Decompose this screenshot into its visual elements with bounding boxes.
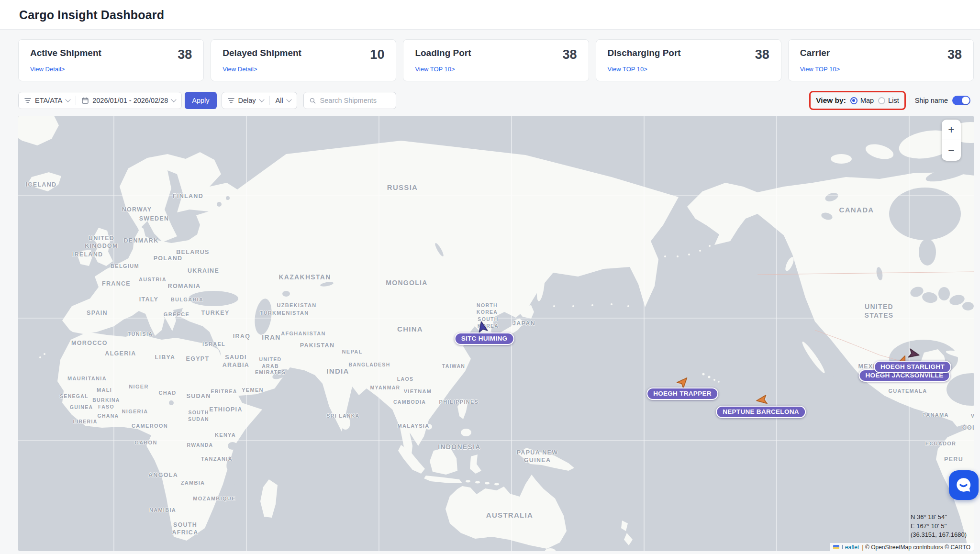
- radio-icon[interactable]: [878, 97, 885, 104]
- card-title: Active Shipment: [30, 48, 101, 58]
- scope-filter-label[interactable]: All: [276, 97, 283, 104]
- card-link[interactable]: View TOP 10>: [800, 66, 840, 73]
- chat-launcher-button[interactable]: [949, 470, 979, 500]
- zoom-out-button[interactable]: −: [942, 140, 961, 161]
- ship-name-pill[interactable]: NEPTUNE BARCELONA: [716, 406, 806, 418]
- app-header: Cargo Insight Dashboard: [0, 0, 980, 30]
- card-title: Loading Port: [415, 48, 471, 58]
- coordinate-line: (36.3151, 167.1680): [911, 531, 967, 540]
- ukraine-flag-icon: [833, 545, 839, 549]
- delay-filter-label[interactable]: Delay: [238, 97, 256, 104]
- apply-button[interactable]: Apply: [185, 92, 216, 109]
- stat-card: Active Shipment 38 View Detail>: [18, 39, 204, 81]
- view-by-highlight-box: View by: Map List: [809, 91, 905, 110]
- ship-name-pill[interactable]: HOEGH TRAPPER: [646, 388, 718, 400]
- card-title: Carrier: [800, 48, 830, 58]
- card-link[interactable]: View Detail>: [30, 66, 65, 73]
- date-filter-group[interactable]: ETA/ATA 2026/01/01 - 2026/02/28: [18, 92, 182, 109]
- stat-card: Discharging Port 38 View TOP 10>: [596, 39, 781, 81]
- card-value: 38: [947, 48, 962, 61]
- view-by-option[interactable]: List: [878, 97, 899, 104]
- chevron-down-icon: [66, 97, 71, 102]
- page-title: Cargo Insight Dashboard: [19, 8, 164, 22]
- filter-lines-icon: [228, 98, 234, 103]
- coordinate-line: E 167° 10' 5'': [911, 522, 967, 531]
- map-attribution: Leaflet | © OpenStreetMap contributors ©…: [830, 543, 974, 551]
- chevron-down-icon: [286, 97, 291, 102]
- chat-bubble-icon: [955, 476, 973, 494]
- divider: [269, 96, 270, 105]
- card-value: 38: [563, 48, 577, 61]
- search-container: [303, 92, 396, 109]
- map-zoom-control: + −: [942, 120, 961, 161]
- attribution-text: | © OpenStreetMap contributors © CARTO: [860, 544, 970, 551]
- zoom-in-button[interactable]: +: [942, 120, 961, 140]
- mouse-coordinates: N 36° 18' 54'' E 167° 10' 5'' (36.3151, …: [911, 513, 967, 540]
- view-by-label: View by:: [816, 96, 846, 105]
- view-by-option[interactable]: Map: [850, 97, 874, 104]
- coordinate-line: N 36° 18' 54'': [911, 513, 967, 522]
- ship-heading-arrow-icon[interactable]: [755, 393, 769, 407]
- stat-card: Delayed Shipment 10 View Detail>: [211, 39, 396, 81]
- ship-name-toggle[interactable]: [952, 96, 970, 105]
- radio-icon[interactable]: [850, 97, 858, 104]
- search-input[interactable]: [319, 96, 390, 105]
- card-link[interactable]: View TOP 10>: [415, 66, 455, 73]
- filter-lines-icon: [24, 98, 31, 103]
- divider: [910, 96, 910, 105]
- calendar-icon: [82, 97, 89, 104]
- card-value: 10: [370, 48, 384, 61]
- ship-name-label: Ship name: [915, 97, 948, 104]
- card-value: 38: [178, 48, 192, 61]
- stat-card: Carrier 38 View TOP 10>: [788, 39, 974, 81]
- card-link[interactable]: View TOP 10>: [608, 66, 647, 73]
- search-icon: [310, 97, 316, 104]
- stat-cards-row: Active Shipment 38 View Detail> Delayed …: [18, 39, 974, 81]
- leaflet-link[interactable]: Leaflet: [842, 544, 859, 551]
- chevron-down-icon: [259, 97, 264, 102]
- divider: [76, 96, 76, 105]
- sort-mode-label[interactable]: ETA/ATA: [35, 97, 62, 104]
- world-map[interactable]: ICELANDRUSSIANORWAYFINLANDSWEDENDENMARKU…: [18, 116, 974, 551]
- card-title: Discharging Port: [608, 48, 681, 58]
- card-link[interactable]: View Detail>: [223, 66, 257, 73]
- date-range-value[interactable]: 2026/01/01 - 2026/02/28: [92, 97, 168, 104]
- ship-name-pill[interactable]: HOEGH STARLIGHT: [874, 361, 951, 373]
- card-title: Delayed Shipment: [223, 48, 301, 58]
- ship-name-pill[interactable]: SITC HUIMING: [455, 332, 514, 345]
- cargo-insight-dashboard: Cargo Insight Dashboard Active Shipment …: [0, 0, 980, 554]
- ship-heading-arrow-icon[interactable]: [906, 346, 922, 362]
- chevron-down-icon: [171, 97, 177, 102]
- filter-toolbar: ETA/ATA 2026/01/01 - 2026/02/28 Apply De…: [18, 92, 974, 109]
- card-value: 38: [755, 48, 769, 61]
- stat-card: Loading Port 38 View TOP 10>: [403, 39, 589, 81]
- status-filter-group[interactable]: Delay All: [222, 92, 297, 109]
